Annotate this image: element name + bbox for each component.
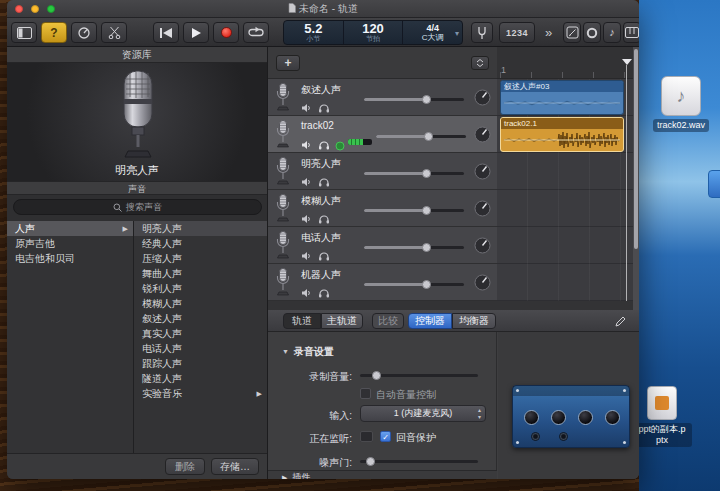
- go-to-beginning-button[interactable]: [153, 22, 179, 43]
- desktop-partial-icon[interactable]: [708, 170, 720, 198]
- patch-item[interactable]: 真实人声: [134, 326, 267, 341]
- zoom-button[interactable]: [47, 5, 55, 13]
- add-track-button[interactable]: +: [276, 55, 300, 71]
- pan-knob[interactable]: [474, 237, 491, 258]
- loop-browser-button[interactable]: [583, 22, 601, 43]
- lcd-position[interactable]: 5.2 小节: [284, 21, 344, 44]
- device-knob: [524, 410, 539, 425]
- tab-eq[interactable]: 均衡器: [452, 313, 496, 329]
- edit-pencil-button[interactable]: [614, 314, 627, 332]
- pan-knob[interactable]: [474, 126, 491, 147]
- auto-volume-checkbox[interactable]: [360, 388, 371, 399]
- monitoring-toggle[interactable]: [360, 431, 373, 442]
- category-item-acoustic-guitar[interactable]: 原声吉他: [7, 236, 133, 251]
- patch-item[interactable]: 经典人声: [134, 236, 267, 251]
- tab-compare[interactable]: 比较: [372, 313, 404, 329]
- track-header-options-button[interactable]: [471, 56, 489, 70]
- volume-slider[interactable]: [364, 98, 464, 101]
- tab-controls[interactable]: 控制器: [408, 313, 452, 329]
- media-browser-button[interactable]: ♪: [603, 22, 621, 43]
- category-item-electric-guitar-bass[interactable]: 电吉他和贝司: [7, 251, 133, 266]
- solo-icon[interactable]: [318, 99, 330, 117]
- volume-slider[interactable]: [376, 135, 466, 138]
- region-track02-selected[interactable]: track02.1: [500, 117, 624, 152]
- record-button[interactable]: [213, 22, 239, 43]
- mute-icon[interactable]: [301, 210, 312, 228]
- library-toggle-button[interactable]: [11, 22, 37, 43]
- play-button[interactable]: [183, 22, 209, 43]
- playhead-marker[interactable]: [622, 59, 632, 65]
- delete-patch-button[interactable]: 删除: [165, 458, 205, 475]
- sound-search-field[interactable]: 搜索声音: [13, 199, 262, 215]
- editors-button[interactable]: [101, 22, 127, 43]
- region-label: 叙述人声#03: [504, 82, 549, 91]
- mute-icon[interactable]: [301, 99, 312, 117]
- tuner-button[interactable]: [471, 22, 493, 43]
- plugins-section-bar[interactable]: ▶插件: [268, 470, 497, 479]
- feedback-protection-checkbox[interactable]: ✓: [380, 431, 391, 442]
- volume-slider[interactable]: [364, 246, 464, 249]
- volume-slider[interactable]: [364, 209, 464, 212]
- mute-icon[interactable]: [301, 136, 312, 154]
- solo-icon[interactable]: [318, 173, 330, 191]
- mute-icon[interactable]: [301, 284, 312, 302]
- patch-item[interactable]: 明亮人声: [134, 221, 267, 236]
- close-button[interactable]: [15, 5, 23, 13]
- count-in-button[interactable]: 1234: [499, 22, 535, 43]
- solo-icon[interactable]: [318, 284, 330, 302]
- pan-knob[interactable]: [474, 89, 491, 110]
- desktop-file-pptx[interactable]: ppt的副本.pptx: [632, 386, 692, 447]
- mute-icon[interactable]: [301, 247, 312, 265]
- mute-icon[interactable]: [301, 173, 312, 191]
- save-patch-button[interactable]: 存储…: [211, 458, 259, 475]
- pan-knob[interactable]: [474, 163, 491, 184]
- tab-track[interactable]: 轨道: [283, 313, 321, 329]
- patch-item[interactable]: 锐利人声: [134, 281, 267, 296]
- record-volume-slider[interactable]: [360, 374, 478, 377]
- pan-knob[interactable]: [474, 200, 491, 221]
- scrollbar-thumb[interactable]: [634, 49, 638, 249]
- lcd-display[interactable]: 5.2 小节 120 节拍 4/4 C大调 ▾: [283, 20, 463, 45]
- track-row-fuzz[interactable]: 模糊人声: [268, 190, 497, 227]
- solo-icon[interactable]: [318, 210, 330, 228]
- lcd-key-signature[interactable]: 4/4 C大调 ▾: [403, 21, 462, 44]
- disclosure-open-icon[interactable]: ▼: [282, 348, 289, 355]
- musical-typing-button[interactable]: [623, 22, 639, 43]
- patch-item[interactable]: 跟踪人声: [134, 356, 267, 371]
- patch-item[interactable]: 电话人声: [134, 341, 267, 356]
- track-row-telephone[interactable]: 电话人声: [268, 227, 497, 264]
- region-label: track02.1: [504, 119, 537, 128]
- noise-gate-slider[interactable]: [360, 460, 478, 463]
- toolbar-overflow-chevron[interactable]: »: [545, 22, 552, 43]
- patch-item[interactable]: 隧道人声: [134, 371, 267, 386]
- track-row-narration[interactable]: 叙述人声: [268, 79, 497, 116]
- solo-icon[interactable]: [318, 247, 330, 265]
- track-row-bright[interactable]: 明亮人声: [268, 153, 497, 190]
- timeline-ruler[interactable]: 1: [497, 47, 633, 79]
- region-narration-vocal[interactable]: 叙述人声#03: [500, 80, 624, 115]
- volume-slider[interactable]: [364, 283, 464, 286]
- minimize-button[interactable]: [31, 5, 39, 13]
- patch-item[interactable]: 叙述人声: [134, 311, 267, 326]
- solo-icon[interactable]: [318, 136, 330, 154]
- cycle-button[interactable]: [243, 22, 269, 43]
- patch-item[interactable]: 模糊人声: [134, 296, 267, 311]
- quick-help-button[interactable]: ?: [41, 22, 67, 43]
- smart-controls-button[interactable]: [71, 22, 97, 43]
- timeline-lanes[interactable]: 叙述人声#03 track02.1: [497, 79, 633, 301]
- track-row-track02-selected[interactable]: track02: [268, 116, 497, 153]
- patch-item[interactable]: 压缩人声: [134, 251, 267, 266]
- volume-slider[interactable]: [364, 172, 464, 175]
- patch-item-experimental[interactable]: 实验音乐 ▶: [134, 386, 267, 401]
- pan-knob[interactable]: [474, 274, 491, 295]
- category-item-vocals[interactable]: 人声 ▶: [7, 221, 133, 236]
- desktop-file-track02wav[interactable]: ♪ track02.wav: [650, 76, 712, 132]
- patch-item[interactable]: 舞曲人声: [134, 266, 267, 281]
- notepad-button[interactable]: [563, 22, 581, 43]
- timeline-scrollbar[interactable]: [633, 47, 639, 310]
- track-row-robot[interactable]: 机器人声: [268, 264, 497, 301]
- input-source-popup[interactable]: 1 (内建麦克风) ▴▾: [360, 405, 486, 422]
- tab-master[interactable]: 主轨道: [321, 313, 363, 329]
- chevron-down-icon[interactable]: ▾: [455, 29, 459, 38]
- lcd-tempo[interactable]: 120 节拍: [344, 21, 404, 44]
